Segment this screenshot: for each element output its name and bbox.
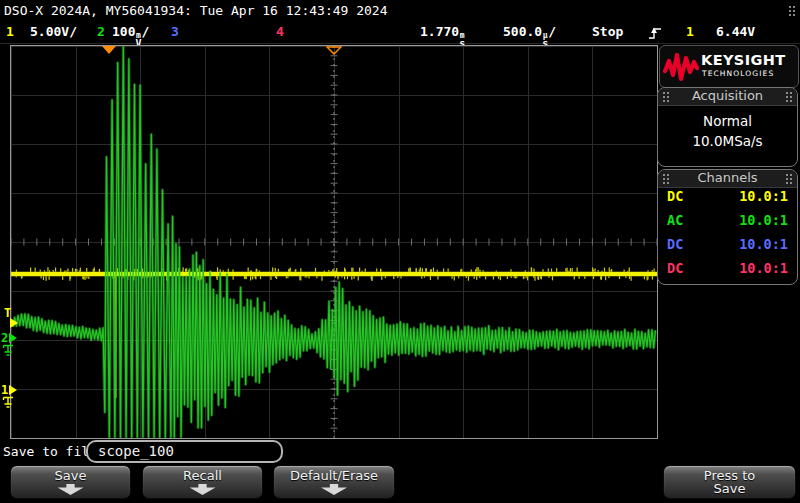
timebase-value: 500.0 — [503, 24, 542, 39]
channel-probe-ratio: 10.0:1 — [739, 260, 788, 284]
acquisition-panel: Acquisition Normal 10.0MSa/s — [657, 87, 798, 167]
channel-row-3[interactable]: DC10.0:1 — [658, 236, 797, 260]
down-arrow-icon — [58, 484, 84, 495]
channel-row-2[interactable]: AC10.0:1 — [658, 212, 797, 236]
sidebar: KEYSIGHT TECHNOLOGIES Acquisition Normal… — [657, 45, 800, 437]
ch2-scale-suffix: / — [142, 24, 150, 39]
ch1-number[interactable]: 1 — [6, 24, 14, 39]
panel-grip-icon[interactable] — [662, 173, 670, 184]
channel-coupling: DC — [667, 260, 683, 284]
keysight-logo: KEYSIGHT TECHNOLOGIES — [659, 45, 799, 88]
ch2-ground-icon — [2, 344, 15, 358]
channels-panel: Channels DC10.0:1AC10.0:1DC10.0:1DC10.0:… — [657, 169, 798, 285]
sample-rate: 10.0MSa/s — [658, 133, 797, 149]
softkey-recall-button[interactable]: Recall — [142, 465, 263, 499]
acquisition-mode: Normal — [658, 113, 797, 129]
brand-subtitle: TECHNOLOGIES — [702, 69, 774, 78]
menu-grip-icon[interactable] — [788, 5, 796, 17]
channel-coupling: DC — [667, 236, 683, 260]
down-arrow-icon — [321, 484, 347, 495]
softkey-label: Default/Erase — [274, 468, 394, 483]
ch1-ground-icon — [2, 396, 15, 410]
channel-rows: DC10.0:1AC10.0:1DC10.0:1DC10.0:1 — [658, 188, 797, 284]
edge-trigger-icon — [648, 25, 662, 40]
ch2-ground-marker[interactable]: 2 — [1, 331, 8, 345]
channel-row-4[interactable]: DC10.0:1 — [658, 260, 797, 284]
trigger-source-readout[interactable]: 1 — [686, 24, 694, 39]
ch2-scale-value: 100 — [112, 24, 135, 39]
panel-grip-icon[interactable] — [785, 173, 793, 184]
status-bar: 1 5.00V/ 2 100mV/ 3 4 1.770ms 500.0µs/ S… — [0, 21, 800, 44]
ch3-number[interactable]: 3 — [171, 24, 179, 39]
softkey-label: Recall — [143, 468, 262, 483]
channels-title: Channels — [697, 170, 757, 185]
trigger-level-arrow-icon[interactable] — [10, 318, 18, 328]
press-to-save-line2: Save — [664, 481, 795, 496]
channel-row-1[interactable]: DC10.0:1 — [658, 188, 797, 212]
channels-panel-header: Channels — [658, 170, 797, 188]
channel-probe-ratio: 10.0:1 — [739, 236, 788, 260]
softkey-default-erase-button[interactable]: Default/Erase — [273, 465, 395, 499]
brand-name: KEYSIGHT — [701, 52, 786, 68]
ch2-number[interactable]: 2 — [97, 24, 105, 39]
down-arrow-icon — [190, 484, 216, 495]
press-to-save-button[interactable]: Press to Save — [663, 465, 796, 499]
delay-value: 1.770 — [420, 24, 459, 39]
trigger-position-marker-icon[interactable] — [102, 46, 116, 54]
ch1-ground-marker[interactable]: 1 — [1, 383, 8, 397]
channel-probe-ratio: 10.0:1 — [739, 212, 788, 236]
trigger-level-readout[interactable]: 6.44V — [716, 24, 755, 39]
channel-coupling: DC — [667, 188, 683, 212]
time-reference-marker-icon[interactable] — [326, 46, 342, 55]
ch1-ground-arrow-icon[interactable] — [9, 385, 17, 395]
waveform-traces — [11, 46, 657, 438]
instrument-title: DSO-X 2024A, MY56041934: Tue Apr 16 12:4… — [4, 3, 388, 18]
softkey-save-button[interactable]: Save — [10, 465, 131, 499]
ch1-scale-readout[interactable]: 5.00V/ — [30, 24, 77, 39]
ch2-ground-arrow-icon[interactable] — [9, 333, 17, 343]
panel-grip-icon[interactable] — [785, 91, 793, 102]
channel-probe-ratio: 10.0:1 — [739, 188, 788, 212]
keysight-spark-icon — [663, 49, 699, 83]
waveform-display — [10, 45, 658, 439]
run-state-indicator[interactable]: Stop — [592, 24, 623, 39]
channel-coupling: AC — [667, 212, 683, 236]
acquisition-title: Acquisition — [692, 88, 763, 103]
softkey-label: Save — [11, 468, 130, 483]
timebase-suffix: / — [548, 24, 556, 39]
acquisition-panel-header: Acquisition — [658, 88, 797, 106]
panel-grip-icon[interactable] — [662, 91, 670, 102]
filename-input[interactable]: scope_100 — [86, 440, 283, 463]
ch4-number[interactable]: 4 — [276, 24, 284, 39]
